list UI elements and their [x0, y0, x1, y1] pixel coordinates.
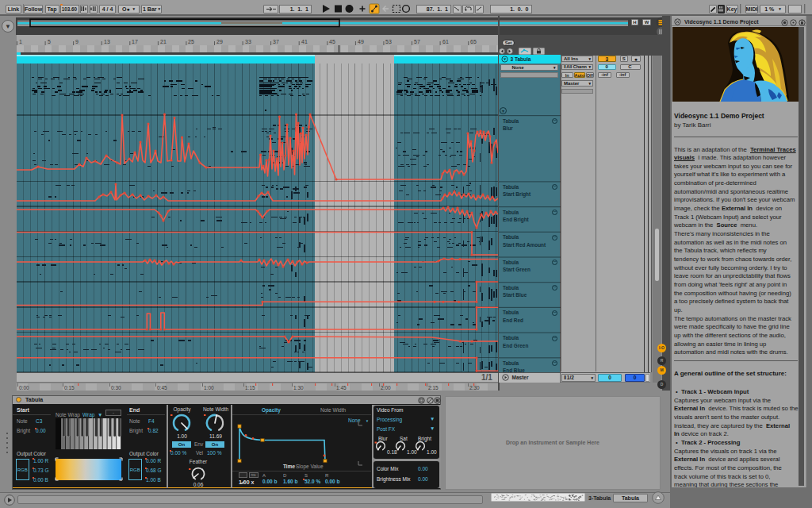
svg-text:37: 37 [273, 39, 279, 44]
svg-text:0:45: 0:45 [157, 385, 167, 391]
svg-text:61: 61 [442, 39, 449, 44]
svg-text:1:00: 1:00 [204, 385, 214, 391]
svg-text:57: 57 [414, 39, 420, 44]
svg-text:21: 21 [160, 39, 167, 44]
svg-text:49: 49 [358, 39, 364, 44]
svg-text:2:30: 2:30 [469, 385, 480, 391]
svg-text:1:15: 1:15 [245, 385, 255, 391]
svg-text:65: 65 [470, 39, 477, 44]
svg-text:17: 17 [132, 39, 138, 44]
svg-text:33: 33 [245, 39, 251, 44]
svg-text:25: 25 [188, 39, 194, 44]
svg-text:2:15: 2:15 [428, 385, 439, 391]
svg-text:5: 5 [48, 39, 51, 44]
svg-text:0:15: 0:15 [64, 385, 75, 391]
svg-text:1: 1 [19, 39, 22, 44]
svg-text:41: 41 [301, 39, 308, 44]
svg-text:1:45: 1:45 [336, 385, 347, 391]
svg-text:9: 9 [75, 39, 79, 44]
svg-text:0:00: 0:00 [19, 385, 29, 391]
svg-text:2:00: 2:00 [381, 385, 391, 391]
svg-text:13: 13 [104, 39, 110, 44]
svg-text:29: 29 [216, 39, 223, 44]
svg-text:45: 45 [329, 39, 335, 44]
svg-text:0:30: 0:30 [111, 385, 121, 391]
svg-text:1:30: 1:30 [293, 385, 304, 391]
svg-text:53: 53 [385, 39, 392, 44]
